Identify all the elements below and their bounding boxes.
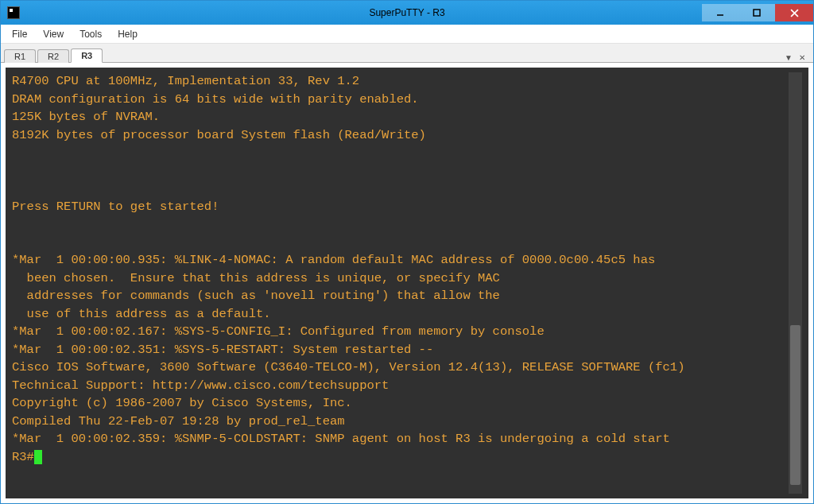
- tab-r3[interactable]: R3: [71, 48, 103, 63]
- tab-controls: ▼ ✕: [783, 53, 810, 62]
- minimize-icon: [716, 9, 724, 17]
- scroll-thumb[interactable]: [790, 325, 800, 485]
- window-controls: [702, 4, 813, 21]
- tab-r2[interactable]: R2: [37, 49, 69, 63]
- tab-close-icon[interactable]: ✕: [797, 53, 807, 62]
- app-icon: [7, 6, 20, 19]
- scrollbar[interactable]: [789, 72, 802, 494]
- maximize-button[interactable]: [738, 4, 775, 21]
- terminal-panel: R4700 CPU at 100MHz, Implementation 33, …: [1, 63, 813, 503]
- minimize-button[interactable]: [702, 4, 738, 21]
- terminal[interactable]: R4700 CPU at 100MHz, Implementation 33, …: [6, 68, 808, 498]
- tab-r1[interactable]: R1: [4, 49, 36, 63]
- svg-rect-1: [754, 10, 760, 16]
- menu-help[interactable]: Help: [110, 26, 145, 42]
- menu-file[interactable]: File: [4, 26, 35, 42]
- terminal-cursor: [34, 450, 42, 464]
- menubar: File View Tools Help: [1, 25, 813, 44]
- app-window: SuperPuTTY - R3 File View Tools Help R1 …: [0, 0, 814, 504]
- menu-tools[interactable]: Tools: [72, 26, 110, 42]
- tabbar: R1 R2 R3 ▼ ✕: [1, 44, 813, 63]
- titlebar[interactable]: SuperPuTTY - R3: [1, 1, 813, 25]
- terminal-output: R4700 CPU at 100MHz, Implementation 33, …: [12, 72, 787, 494]
- window-title: SuperPuTTY - R3: [369, 7, 444, 18]
- maximize-icon: [753, 9, 761, 17]
- close-icon: [790, 9, 799, 17]
- tab-dropdown-icon[interactable]: ▼: [783, 53, 794, 62]
- close-button[interactable]: [775, 4, 813, 21]
- menu-view[interactable]: View: [35, 26, 72, 42]
